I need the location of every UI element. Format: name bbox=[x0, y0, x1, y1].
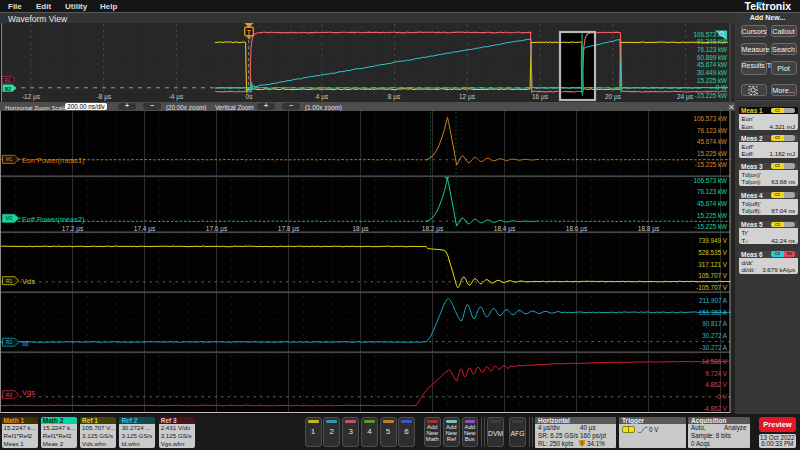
svg-text:-4.862 V: -4.862 V bbox=[703, 405, 728, 412]
svg-text:Id: Id bbox=[22, 339, 28, 348]
svg-text:M2: M2 bbox=[5, 87, 12, 92]
svg-text:15.225 kW: 15.225 kW bbox=[697, 212, 727, 219]
svg-text:106.573 kW: 106.573 kW bbox=[693, 31, 727, 38]
svg-text:-4 µs: -4 µs bbox=[169, 93, 184, 101]
svg-text:0s: 0s bbox=[246, 93, 254, 100]
svg-text:M1: M1 bbox=[6, 157, 13, 162]
svg-text:18 µs: 18 µs bbox=[352, 225, 369, 233]
svg-text:17.2 µs: 17.2 µs bbox=[62, 225, 84, 233]
svg-text:106.573 kW: 106.573 kW bbox=[693, 177, 727, 184]
svg-text:18.8 µs: 18.8 µs bbox=[638, 225, 660, 233]
svg-text:106.573 kW: 106.573 kW bbox=[693, 115, 727, 122]
svg-text:17.6 µs: 17.6 µs bbox=[206, 225, 228, 233]
svg-text:45.674 kW: 45.674 kW bbox=[697, 200, 727, 207]
svg-text:91.348 kW: 91.348 kW bbox=[697, 38, 727, 45]
svg-text:Vgs: Vgs bbox=[22, 388, 35, 397]
svg-text:211.907 A: 211.907 A bbox=[699, 297, 728, 304]
svg-text:-105.707 V: -105.707 V bbox=[696, 284, 728, 291]
svg-text:8 µs: 8 µs bbox=[388, 93, 401, 101]
svg-text:4.862 V: 4.862 V bbox=[705, 381, 728, 388]
svg-text:317.121 V: 317.121 V bbox=[698, 261, 728, 268]
svg-text:76.123 kW: 76.123 kW bbox=[697, 188, 727, 195]
svg-text:14.586 V: 14.586 V bbox=[702, 358, 728, 365]
svg-text:90.817 A: 90.817 A bbox=[702, 320, 728, 327]
svg-text:17.8 µs: 17.8 µs bbox=[278, 225, 300, 233]
svg-text:-12 µs: -12 µs bbox=[22, 93, 41, 101]
svg-text:739.949 V: 739.949 V bbox=[698, 237, 728, 244]
svg-text:-15.225 kW: -15.225 kW bbox=[695, 223, 727, 230]
svg-text:-8 µs: -8 µs bbox=[97, 93, 112, 101]
svg-text:105.707 V: 105.707 V bbox=[698, 272, 728, 279]
svg-text:18.2 µs: 18.2 µs bbox=[422, 225, 444, 233]
svg-text:76.123 kW: 76.123 kW bbox=[697, 127, 727, 134]
svg-text:R3: R3 bbox=[5, 78, 11, 83]
svg-text:528.535 V: 528.535 V bbox=[698, 249, 728, 256]
svg-text:151.362 A: 151.362 A bbox=[699, 309, 728, 316]
svg-text:4 µs: 4 µs bbox=[316, 93, 329, 101]
svg-text:18.6 µs: 18.6 µs bbox=[566, 225, 588, 233]
svg-text:9.724 V: 9.724 V bbox=[705, 370, 728, 377]
svg-text:60.899 kW: 60.899 kW bbox=[697, 54, 727, 61]
svg-text:45.674 kW: 45.674 kW bbox=[697, 138, 727, 145]
svg-text:Eoff Power(meas2): Eoff Power(meas2) bbox=[22, 215, 84, 224]
svg-text:30.272 A: 30.272 A bbox=[702, 332, 728, 339]
svg-text:15.225 kW: 15.225 kW bbox=[697, 77, 727, 84]
svg-text:20 µs: 20 µs bbox=[605, 93, 622, 101]
svg-text:18.4 µs: 18.4 µs bbox=[494, 225, 516, 233]
svg-text:Vds: Vds bbox=[22, 277, 35, 286]
svg-text:-15.225 kW: -15.225 kW bbox=[695, 92, 727, 99]
svg-text:R1: R1 bbox=[6, 279, 12, 284]
svg-text:Tektronix: Tektronix bbox=[745, 0, 792, 12]
svg-text:R2: R2 bbox=[6, 340, 12, 345]
svg-text:24 µs: 24 µs bbox=[677, 93, 694, 101]
svg-text:R3: R3 bbox=[6, 393, 12, 398]
svg-text:12 µs: 12 µs bbox=[459, 93, 476, 101]
svg-text:0 W: 0 W bbox=[716, 84, 727, 91]
svg-text:15.225 kW: 15.225 kW bbox=[697, 150, 727, 157]
svg-text:Eon Power(meas1): Eon Power(meas1) bbox=[22, 156, 84, 165]
svg-text:0 V: 0 V bbox=[718, 393, 728, 400]
svg-text:T: T bbox=[247, 29, 252, 36]
svg-text:16 µs: 16 µs bbox=[532, 93, 549, 101]
svg-text:45.674 kW: 45.674 kW bbox=[697, 61, 727, 68]
svg-text:30.449 kW: 30.449 kW bbox=[697, 69, 727, 76]
svg-text:76.123 kW: 76.123 kW bbox=[697, 46, 727, 53]
svg-text:-15.225 kW: -15.225 kW bbox=[695, 161, 727, 168]
svg-text:-30.272 A: -30.272 A bbox=[700, 344, 728, 351]
svg-text:M2: M2 bbox=[6, 216, 13, 221]
svg-text:17.4 µs: 17.4 µs bbox=[134, 225, 156, 233]
